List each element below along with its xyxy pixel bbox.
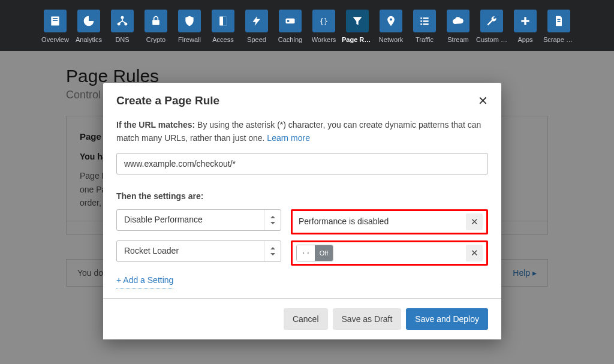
- bolt-icon: [245, 10, 268, 32]
- nav-label: Overview: [40, 36, 71, 43]
- svg-rect-13: [420, 17, 422, 19]
- nav-pagerules[interactable]: Page Rules: [345, 10, 371, 43]
- svg-rect-15: [420, 20, 422, 22]
- cloud-icon: [447, 10, 469, 32]
- setting-value-box: Performance is disabled ✕: [291, 209, 488, 234]
- nav-workers[interactable]: {} Workers: [311, 10, 337, 43]
- analytics-icon: [77, 10, 100, 32]
- on-off-toggle[interactable]: Off: [296, 245, 333, 261]
- modal-footer: Cancel Save as Draft Save and Deploy: [103, 299, 501, 339]
- nav-label: Access: [207, 36, 239, 43]
- nav-label: DNS: [107, 36, 138, 43]
- close-icon: ✕: [471, 216, 478, 227]
- document-icon: [547, 10, 570, 32]
- save-deploy-button[interactable]: Save and Deploy: [406, 308, 488, 330]
- svg-rect-16: [423, 20, 429, 22]
- caching-icon: [279, 10, 302, 32]
- svg-rect-18: [423, 23, 429, 25]
- nav-customp[interactable]: Custom P…: [479, 10, 505, 43]
- setting-value-text: Performance is disabled: [296, 215, 461, 228]
- nav-label: Network: [375, 36, 407, 43]
- nav-apps[interactable]: Apps: [513, 10, 538, 43]
- nav-label: Page Rules: [342, 36, 373, 43]
- funnel-icon: [346, 10, 369, 32]
- close-button[interactable]: ✕: [478, 94, 488, 108]
- remove-setting-button[interactable]: ✕: [466, 213, 483, 230]
- nav-network[interactable]: Network: [378, 10, 404, 43]
- nav-label: Apps: [510, 36, 541, 43]
- pin-icon: [380, 10, 402, 32]
- nav-scrape[interactable]: Scrape Sh…: [546, 10, 572, 43]
- nav-speed[interactable]: Speed: [244, 10, 270, 43]
- nav-firewall[interactable]: Firewall: [177, 10, 203, 43]
- nav-caching[interactable]: Caching: [278, 10, 303, 43]
- top-nav: Overview Analytics DNS Crypto Firewall A…: [0, 0, 614, 51]
- nav-traffic[interactable]: Traffic: [412, 10, 438, 43]
- nav-label: Scrape Sh…: [543, 36, 574, 43]
- nav-label: Caching: [275, 36, 306, 43]
- remove-setting-button[interactable]: ✕: [466, 245, 483, 261]
- nav-label: Workers: [308, 36, 339, 43]
- url-pattern-input[interactable]: [116, 153, 488, 175]
- nav-stream[interactable]: Stream: [446, 10, 471, 43]
- modal-body: If the URL matches: By using the asteris…: [103, 114, 501, 299]
- nav-label: Traffic: [409, 36, 440, 43]
- svg-rect-6: [152, 20, 159, 25]
- access-icon: [212, 10, 234, 32]
- svg-rect-8: [223, 17, 227, 26]
- nav-crypto[interactable]: Crypto: [143, 10, 169, 43]
- nav-dns[interactable]: DNS: [110, 10, 136, 43]
- nav-label: Analytics: [73, 36, 104, 43]
- svg-point-3: [121, 16, 124, 19]
- list-icon: [413, 10, 436, 32]
- toggle-arrows-icon: [302, 249, 309, 257]
- dns-icon: [111, 10, 134, 32]
- chevron-updown-icon: [264, 210, 281, 230]
- add-setting-link[interactable]: + Add a Setting: [116, 274, 173, 288]
- modal-title: Create a Page Rule: [116, 94, 219, 107]
- nav-label: Custom P…: [476, 36, 507, 43]
- svg-rect-21: [558, 19, 561, 20]
- toggle-off-label: Off: [315, 245, 333, 261]
- svg-rect-2: [53, 20, 58, 21]
- create-page-rule-modal: Create a Page Rule ✕ If the URL matches:…: [103, 83, 501, 339]
- toggle-on-side: [297, 245, 315, 261]
- chevron-updown-icon: [264, 241, 281, 261]
- setting-select-rocket-loader[interactable]: Rocket Loader: [116, 240, 281, 262]
- save-draft-button[interactable]: Save as Draft: [333, 308, 402, 330]
- select-value: Rocket Loader: [124, 245, 179, 258]
- svg-rect-17: [420, 23, 422, 25]
- setting-row: Rocket Loader Off ✕: [116, 240, 488, 266]
- svg-rect-10: [287, 20, 289, 22]
- modal-description: If the URL matches: By using the asteris…: [116, 119, 488, 145]
- nav-analytics[interactable]: Analytics: [76, 10, 102, 43]
- svg-rect-9: [286, 19, 295, 23]
- svg-rect-1: [53, 18, 58, 19]
- then-label: Then the settings are:: [116, 190, 488, 203]
- cancel-button[interactable]: Cancel: [284, 308, 328, 330]
- svg-rect-20: [521, 20, 529, 22]
- nav-overview[interactable]: Overview: [43, 10, 68, 43]
- setting-select-disable-performance[interactable]: Disable Performance: [116, 209, 281, 231]
- nav-label: Crypto: [140, 36, 171, 43]
- svg-rect-22: [558, 21, 561, 22]
- svg-text:{}: {}: [320, 17, 328, 25]
- svg-point-12: [390, 18, 392, 20]
- workers-icon: {}: [312, 10, 335, 32]
- select-value: Disable Performance: [124, 213, 203, 227]
- setting-value-box: Off ✕: [291, 240, 488, 266]
- close-icon: ✕: [478, 94, 488, 107]
- svg-rect-14: [423, 17, 429, 19]
- modal-header: Create a Page Rule ✕: [103, 83, 501, 114]
- learn-more-link[interactable]: Learn more: [267, 133, 310, 143]
- nav-label: Speed: [241, 36, 272, 43]
- nav-access[interactable]: Access: [210, 10, 236, 43]
- shield-icon: [178, 10, 201, 32]
- setting-row: Disable Performance Performance is disab…: [116, 209, 488, 234]
- plus-icon: [514, 10, 537, 32]
- nav-label: Stream: [443, 36, 474, 43]
- wrench-icon: [480, 10, 503, 32]
- lock-icon: [145, 10, 167, 32]
- nav-label: Firewall: [174, 36, 205, 43]
- overview-icon: [44, 10, 67, 32]
